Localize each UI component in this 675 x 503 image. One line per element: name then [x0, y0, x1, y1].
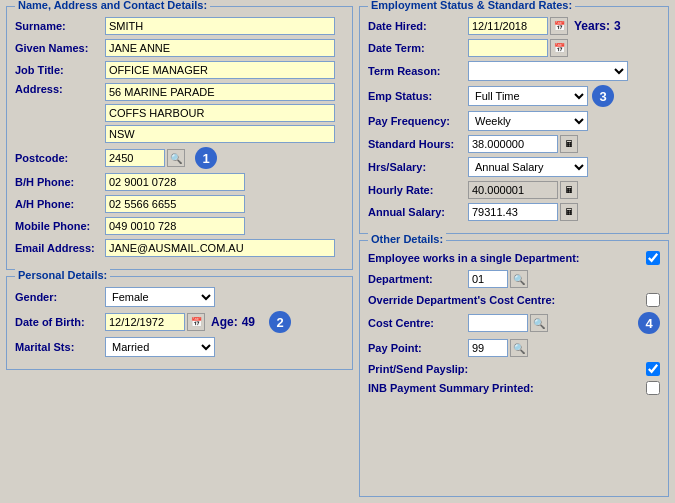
cost-centre-label: Cost Centre:: [368, 317, 468, 329]
surname-label: Surname:: [15, 20, 105, 32]
years-value: 3: [614, 19, 621, 33]
date-term-label: Date Term:: [368, 42, 468, 54]
print-payslip-checkbox[interactable]: [646, 362, 660, 376]
age-value: 49: [242, 315, 255, 329]
email-label: Email Address:: [15, 242, 105, 254]
date-term-calendar-btn[interactable]: 📅: [550, 39, 568, 57]
cost-centre-input[interactable]: [468, 314, 528, 332]
address2-input[interactable]: [105, 104, 335, 122]
cost-centre-search-btn[interactable]: 🔍: [530, 314, 548, 332]
postcode-input[interactable]: [105, 149, 165, 167]
date-hired-label: Date Hired:: [368, 20, 468, 32]
dept-label: Department:: [368, 273, 468, 285]
address-label: Address:: [15, 83, 105, 95]
pay-point-input[interactable]: [468, 339, 508, 357]
address3-input[interactable]: [105, 125, 335, 143]
pay-freq-label: Pay Frequency:: [368, 115, 468, 127]
contact-legend: Name, Address and Contact Details:: [15, 0, 210, 11]
inb-payment-label: INB Payment Summary Printed:: [368, 382, 646, 394]
dept-search-btn[interactable]: 🔍: [510, 270, 528, 288]
print-payslip-label: Print/Send Payslip:: [368, 363, 646, 375]
term-reason-select[interactable]: [468, 61, 628, 81]
bh-phone-input[interactable]: [105, 173, 245, 191]
job-title-input[interactable]: [105, 61, 335, 79]
email-input[interactable]: [105, 239, 335, 257]
date-term-input[interactable]: [468, 39, 548, 57]
single-dept-checkbox[interactable]: [646, 251, 660, 265]
mobile-phone-label: Mobile Phone:: [15, 220, 105, 232]
hourly-rate-calc-btn[interactable]: 🖩: [560, 181, 578, 199]
surname-input[interactable]: [105, 17, 335, 35]
dob-calendar-btn[interactable]: 📅: [187, 313, 205, 331]
inb-payment-checkbox[interactable]: [646, 381, 660, 395]
personal-legend: Personal Details:: [15, 269, 110, 281]
pay-point-search-btn[interactable]: 🔍: [510, 339, 528, 357]
badge-2: 2: [269, 311, 291, 333]
badge-3: 3: [592, 85, 614, 107]
hourly-rate-label: Hourly Rate:: [368, 184, 468, 196]
years-label: Years:: [574, 19, 610, 33]
date-hired-calendar-btn[interactable]: 📅: [550, 17, 568, 35]
pay-freq-select[interactable]: Weekly Fortnightly Monthly: [468, 111, 588, 131]
emp-status-label: Emp Status:: [368, 90, 468, 102]
marital-label: Marital Sts:: [15, 341, 105, 353]
std-hours-input[interactable]: [468, 135, 558, 153]
gender-label: Gender:: [15, 291, 105, 303]
dept-input[interactable]: [468, 270, 508, 288]
hrs-salary-select[interactable]: Annual Salary Hourly Rate: [468, 157, 588, 177]
date-hired-input[interactable]: [468, 17, 548, 35]
override-cost-checkbox[interactable]: [646, 293, 660, 307]
hrs-salary-label: Hrs/Salary:: [368, 161, 468, 173]
postcode-search-btn[interactable]: 🔍: [167, 149, 185, 167]
age-label: Age:: [211, 315, 238, 329]
override-cost-label: Override Department's Cost Centre:: [368, 294, 646, 306]
hourly-rate-input[interactable]: [468, 181, 558, 199]
dob-label: Date of Birth:: [15, 316, 105, 328]
ah-phone-input[interactable]: [105, 195, 245, 213]
emp-status-select[interactable]: Full Time Part Time Casual Terminated: [468, 86, 588, 106]
dob-input[interactable]: [105, 313, 185, 331]
annual-salary-label: Annual Salary:: [368, 206, 468, 218]
given-names-input[interactable]: [105, 39, 335, 57]
std-hours-calc-btn[interactable]: 🖩: [560, 135, 578, 153]
given-names-label: Given Names:: [15, 42, 105, 54]
job-title-label: Job Title:: [15, 64, 105, 76]
marital-select[interactable]: Married Single Defacto Divorced Widowed: [105, 337, 215, 357]
bh-phone-label: B/H Phone:: [15, 176, 105, 188]
std-hours-label: Standard Hours:: [368, 138, 468, 150]
single-dept-label: Employee works in a single Department:: [368, 252, 646, 264]
term-reason-label: Term Reason:: [368, 65, 468, 77]
badge-1: 1: [195, 147, 217, 169]
other-legend: Other Details:: [368, 233, 446, 245]
address1-input[interactable]: [105, 83, 335, 101]
annual-salary-calc-btn[interactable]: 🖩: [560, 203, 578, 221]
mobile-phone-input[interactable]: [105, 217, 245, 235]
pay-point-label: Pay Point:: [368, 342, 468, 354]
ah-phone-label: A/H Phone:: [15, 198, 105, 210]
badge-4: 4: [638, 312, 660, 334]
annual-salary-input[interactable]: [468, 203, 558, 221]
gender-select[interactable]: Female Male: [105, 287, 215, 307]
emp-legend: Employment Status & Standard Rates:: [368, 0, 575, 11]
postcode-label: Postcode:: [15, 152, 105, 164]
